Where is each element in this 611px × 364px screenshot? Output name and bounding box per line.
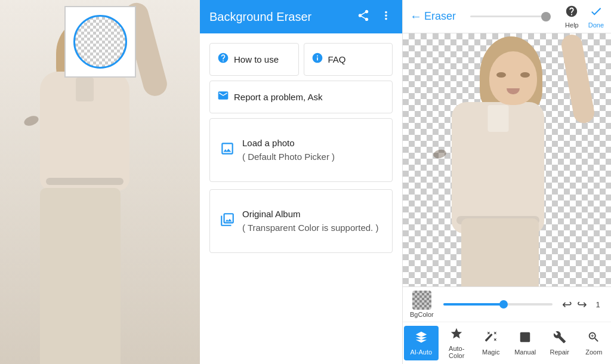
share-icon[interactable] bbox=[357, 9, 370, 25]
menu-header: Background Eraser bbox=[200, 0, 402, 33]
help-label: Help bbox=[565, 21, 579, 29]
faq-label: FAQ bbox=[328, 54, 346, 64]
menu-title: Background Eraser bbox=[209, 10, 311, 24]
load-photo-line1: Load a photo bbox=[242, 137, 335, 150]
how-to-use-button[interactable]: How to use bbox=[209, 43, 299, 76]
eraser-toolbar: BgColor ↩ ↪ 1 AI-Auto bbox=[403, 286, 611, 364]
manual-icon bbox=[519, 331, 532, 347]
size-slider[interactable] bbox=[443, 303, 553, 306]
ec-torso bbox=[452, 102, 544, 233]
auto-color-tool[interactable]: Auto-Color bbox=[440, 322, 474, 364]
help-circle-icon bbox=[217, 52, 229, 67]
menu-row-1: How to use FAQ bbox=[209, 43, 393, 76]
bgcolor-label: BgColor bbox=[410, 311, 434, 318]
undo-button[interactable]: ↩ bbox=[562, 297, 572, 311]
ec-head bbox=[489, 51, 537, 105]
repair-label: Repair bbox=[550, 348, 569, 356]
zoom-tool[interactable]: Zoom bbox=[577, 326, 612, 360]
load-photo-card[interactable]: Load a photo ( Default Photo Picker ) bbox=[209, 118, 393, 182]
check-icon bbox=[590, 5, 603, 20]
ai-auto-label: AI-Auto bbox=[410, 348, 432, 356]
slider-fill bbox=[443, 303, 504, 306]
magic-tool[interactable]: Magic bbox=[474, 326, 508, 360]
original-album-card[interactable]: Original Album ( Transparent Color is su… bbox=[209, 189, 393, 253]
back-arrow-icon: ← bbox=[410, 10, 422, 23]
redo-button[interactable]: ↪ bbox=[577, 297, 587, 311]
email-icon bbox=[217, 90, 229, 104]
magic-label: Magic bbox=[482, 348, 499, 356]
done-label: Done bbox=[588, 21, 604, 29]
undo-redo-controls: ↩ ↪ bbox=[562, 297, 587, 311]
zoom-icon bbox=[587, 331, 600, 347]
load-photo-line2: ( Default Photo Picker ) bbox=[242, 150, 335, 164]
info-circle-icon bbox=[311, 52, 323, 67]
report-label: Report a problem, Ask bbox=[234, 92, 322, 102]
person-lower bbox=[40, 188, 121, 364]
slider-row: BgColor ↩ ↪ 1 bbox=[403, 287, 611, 322]
repair-icon bbox=[553, 331, 566, 347]
help-button[interactable]: Help bbox=[565, 5, 579, 29]
slider-thumb bbox=[499, 300, 508, 309]
how-to-use-label: How to use bbox=[234, 54, 279, 64]
eraser-panel: ← Eraser Help Done bbox=[403, 0, 611, 364]
back-button[interactable]: ← Eraser bbox=[410, 10, 456, 23]
magic-icon bbox=[485, 331, 498, 347]
album-text: Original Album ( Transparent Color is su… bbox=[242, 208, 378, 235]
eraser-header: ← Eraser Help Done bbox=[403, 0, 611, 33]
more-vert-icon[interactable] bbox=[379, 9, 393, 25]
auto-color-icon bbox=[450, 327, 463, 343]
ai-auto-tool[interactable]: AI-Auto bbox=[404, 326, 439, 360]
bgcolor-control[interactable]: BgColor bbox=[410, 291, 434, 318]
transparent-circle-preview bbox=[73, 15, 127, 69]
album-line2: ( Transparent Color is supported. ) bbox=[242, 221, 378, 235]
ai-auto-icon bbox=[415, 331, 428, 347]
auto-color-label: Auto-Color bbox=[442, 345, 472, 359]
menu-content: How to use FAQ Report a problem, Ask Loa… bbox=[200, 33, 402, 364]
manual-tool[interactable]: Manual bbox=[508, 326, 543, 360]
faq-button[interactable]: FAQ bbox=[304, 43, 393, 76]
manual-label: Manual bbox=[514, 348, 536, 356]
header-slider-area bbox=[461, 16, 560, 17]
load-photo-text: Load a photo ( Default Photo Picker ) bbox=[242, 137, 335, 164]
thumbnail-box bbox=[64, 6, 136, 78]
eraser-person-container bbox=[424, 33, 611, 286]
eraser-header-buttons: Help Done bbox=[565, 5, 604, 29]
ec-arm bbox=[560, 33, 596, 125]
photo-panel bbox=[0, 0, 200, 364]
load-photo-icon bbox=[220, 141, 235, 160]
bgcolor-swatch[interactable] bbox=[412, 291, 431, 310]
report-problem-button[interactable]: Report a problem, Ask bbox=[209, 81, 393, 113]
done-button[interactable]: Done bbox=[588, 5, 604, 29]
eraser-figure bbox=[424, 33, 611, 286]
album-icon bbox=[220, 212, 235, 231]
eraser-title: Eraser bbox=[424, 10, 456, 23]
help-icon bbox=[565, 5, 578, 20]
header-icons bbox=[357, 9, 393, 25]
ec-lower bbox=[461, 218, 539, 286]
album-line1: Original Album bbox=[242, 208, 378, 221]
ec-tattoo bbox=[432, 148, 447, 159]
repair-tool[interactable]: Repair bbox=[542, 326, 577, 360]
zoom-label: Zoom bbox=[585, 348, 602, 356]
person-torso bbox=[40, 72, 129, 191]
eraser-canvas[interactable] bbox=[403, 33, 611, 286]
tools-row: AI-Auto Auto-Color Magic Manual bbox=[403, 322, 611, 364]
menu-panel: Background Eraser How to use FAQ bbox=[200, 0, 403, 364]
size-number: 1 bbox=[592, 300, 604, 309]
